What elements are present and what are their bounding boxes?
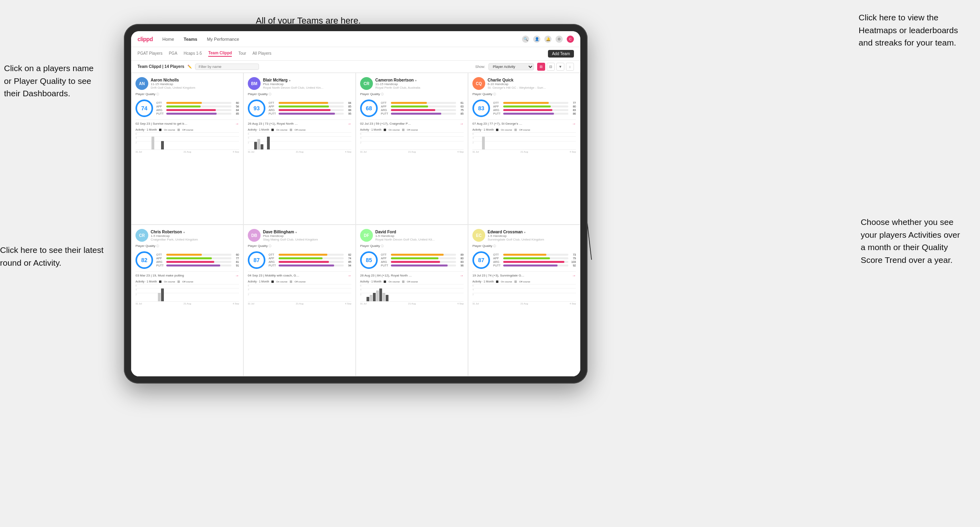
quality-bars: OTT 60 APP 58 ARG — [156, 101, 239, 115]
quality-section[interactable]: 82 OTT 60 APP 77 ARG — [135, 251, 239, 269]
player-handicap: 1-5 HandicapSunningdale Golf Club, Unite… — [488, 234, 576, 241]
player-name[interactable]: David Ford — [375, 230, 464, 234]
putt-fill — [503, 113, 554, 115]
grid-view-icon-2[interactable]: ⊟ — [547, 63, 555, 71]
round-arrow-icon[interactable]: → — [572, 121, 576, 126]
player-name[interactable]: Blair McHarg ● — [263, 78, 351, 82]
player-name[interactable]: Edward Crossman ● — [488, 230, 576, 234]
quality-circle[interactable]: 83 — [472, 99, 490, 117]
subnav-pgat[interactable]: PGAT Players — [137, 51, 162, 56]
round-arrow-icon[interactable]: → — [460, 121, 464, 126]
player-info: Dave Billingham ● Plus HandicapStag Main… — [263, 230, 351, 241]
ott-track — [279, 254, 344, 256]
subnav-pga[interactable]: PGA — [169, 51, 177, 56]
team-filter-input[interactable] — [195, 64, 259, 70]
nav-link-home[interactable]: Home — [161, 37, 175, 42]
player-card[interactable]: DF David Ford 1-5 HandicapRoyal North De… — [356, 225, 468, 376]
quality-section[interactable]: 87 OTT 82 APP 74 ARG — [248, 251, 351, 269]
grid-view-icon[interactable]: ⊞ — [537, 63, 545, 71]
latest-round[interactable]: 26 Aug 23 | 73 (+1), Royal North Devon G… — [248, 119, 351, 126]
round-arrow-icon[interactable]: → — [347, 121, 351, 126]
player-name[interactable]: Charlie Quick — [488, 78, 576, 82]
on-course-legend — [159, 280, 161, 283]
add-team-button[interactable]: Add Team — [548, 50, 574, 58]
subnav-tour[interactable]: Tour — [238, 51, 246, 56]
app-track — [503, 105, 568, 107]
quality-circle[interactable]: 87 — [248, 251, 265, 269]
player-card[interactable]: BM Blair McHarg ● Plus HandicapRoyal Nor… — [243, 73, 356, 225]
app-fill — [391, 257, 438, 259]
player-header: AN Aaron Nicholls 11-15 HandicapDrift Go… — [135, 77, 239, 90]
quality-section[interactable]: 83 OTT 77 APP 80 ARG — [472, 99, 576, 117]
quality-section[interactable]: 93 OTT 84 APP 85 ARG — [248, 99, 351, 117]
settings-icon[interactable]: ⚙ — [556, 36, 563, 43]
on-course-label: On course — [164, 280, 175, 283]
ott-label: OTT — [156, 101, 165, 104]
player-card[interactable]: CR Cameron Robertson ● 11-15 HandicapRoy… — [356, 73, 468, 225]
latest-round[interactable]: 02 Sep 23 | Sunrise round to get back in… — [135, 119, 239, 126]
activity-header: Activity · 1 Month On course Off course — [360, 128, 464, 131]
putt-track — [503, 264, 568, 266]
activity-label: Activity · 1 Month — [248, 280, 269, 283]
app-fill — [166, 257, 212, 259]
quality-circle[interactable]: 93 — [248, 99, 265, 117]
latest-round[interactable]: 19 Jul 23 | 74 (+3), Sunningdale GC - Ol… — [472, 271, 576, 278]
round-arrow-icon[interactable]: → — [235, 273, 239, 278]
quality-section[interactable]: 74 OTT 60 APP 58 ARG — [135, 99, 239, 117]
latest-round-text: 07 Aug 23 | 77 (+7), St George's Hill GC… — [472, 122, 524, 125]
edit-icon[interactable]: ✏️ — [187, 65, 192, 69]
quality-section[interactable]: 68 OTT 61 APP 63 ARG — [360, 99, 464, 117]
latest-round[interactable]: 26 Aug 23 | 84 (+12), Royal North Devon … — [360, 271, 464, 278]
ott-label: OTT — [493, 101, 502, 104]
player-card[interactable]: EC Edward Crossman ● 1-5 HandicapSunning… — [468, 225, 580, 376]
nav-link-teams[interactable]: Teams — [182, 37, 199, 42]
quality-circle[interactable]: 68 — [360, 99, 378, 117]
app-label: APP — [156, 105, 165, 108]
player-card[interactable]: AN Aaron Nicholls 11-15 HandicapDrift Go… — [131, 73, 243, 225]
latest-round[interactable]: 04 Sep 23 | Mobility with coach, Gym → — [248, 271, 351, 278]
nav-link-performance[interactable]: My Performance — [205, 37, 241, 42]
subnav-team-clippd[interactable]: Team Clippd — [208, 51, 232, 57]
subnav-hcaps[interactable]: Hcaps 1-5 — [184, 51, 202, 56]
player-header: CQ Charlie Quick 6-10 HandicapSt. George… — [472, 77, 576, 90]
search-icon[interactable]: 🔍 — [522, 36, 529, 43]
profile-icon[interactable]: 👤 — [533, 36, 540, 43]
sort-icon[interactable]: ↕ — [566, 63, 574, 71]
player-card[interactable]: CR Chris Robertson ● 1-5 HandicapCraigmi… — [131, 225, 243, 376]
quality-circle[interactable]: 85 — [360, 251, 378, 269]
player-name[interactable]: Aaron Nicholls — [151, 78, 239, 82]
bell-icon[interactable]: 🔔 — [544, 36, 552, 43]
latest-round[interactable]: 07 Aug 23 | 77 (+7), St George's Hill GC… — [472, 119, 576, 126]
player-name[interactable]: Chris Robertson ● — [151, 230, 239, 234]
subnav-all-players[interactable]: All Players — [253, 51, 271, 56]
round-arrow-icon[interactable]: → — [347, 273, 351, 278]
off-course-label: Off course — [407, 129, 418, 131]
nav-links: Home Teams My Performance — [161, 37, 514, 42]
round-arrow-icon[interactable]: → — [235, 121, 239, 126]
player-name[interactable]: Cameron Robertson ● — [375, 78, 464, 82]
quality-circle[interactable]: 74 — [135, 99, 153, 117]
app-value: 80 — [457, 257, 464, 260]
latest-round[interactable]: 02 Jul 23 | 59 (+17), Craigmillar Park G… — [360, 119, 464, 126]
arg-bar-row: ARG 83 — [493, 109, 576, 111]
player-card[interactable]: CQ Charlie Quick 6-10 HandicapSt. George… — [468, 73, 580, 225]
activity-section: Activity · 1 Month On course Off course … — [472, 128, 576, 220]
player-card[interactable]: DB Dave Billingham ● Plus HandicapStag M… — [243, 225, 356, 376]
nav-icons: 🔍 👤 🔔 ⚙ C — [522, 36, 574, 43]
round-arrow-icon[interactable]: → — [572, 273, 576, 278]
avatar-icon[interactable]: C — [567, 36, 574, 43]
quality-section[interactable]: 87 OTT 73 APP 79 ARG — [472, 251, 576, 269]
filter-icon[interactable]: ▼ — [556, 63, 564, 71]
latest-round[interactable]: 03 Mar 23 | 19, Must make putting → — [135, 271, 239, 278]
quality-circle[interactable]: 87 — [472, 251, 490, 269]
quality-number: 93 — [253, 105, 260, 111]
round-arrow-icon[interactable]: → — [460, 273, 464, 278]
show-select[interactable]: Player Activity Quality Score Trend — [488, 63, 534, 70]
date-2: 21 Aug — [520, 151, 528, 153]
putt-value: 91 — [233, 264, 239, 267]
quality-section[interactable]: 85 OTT 89 APP 80 ARG — [360, 251, 464, 269]
ott-fill — [279, 102, 328, 104]
quality-circle[interactable]: 82 — [135, 251, 153, 269]
putt-value: 94 — [345, 264, 351, 267]
player-name[interactable]: Dave Billingham ● — [263, 230, 351, 234]
